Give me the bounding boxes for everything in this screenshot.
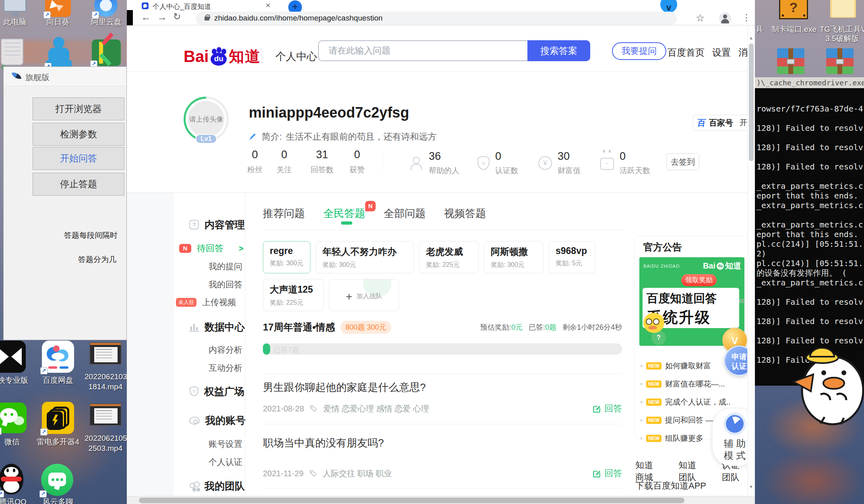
this-pc-icon[interactable] (3, 0, 27, 16)
stat-active-days[interactable]: ~ 0活跃天数 (600, 150, 650, 176)
stat-fans[interactable]: 0粉丝 (239, 149, 271, 175)
scroll-down-icon[interactable]: ▼ (749, 484, 753, 489)
answer-button[interactable]: 回答 (592, 403, 622, 415)
assist-mode-widget[interactable]: 辅 助 模 式 (713, 409, 747, 466)
wechat-icon[interactable]: ↗ (0, 403, 27, 433)
sidebar-item-data-center[interactable]: 数据中心 (189, 320, 245, 334)
team-card[interactable]: 阿斯顿撒奖励: 300元 (484, 241, 544, 273)
claim-reward-ribbon[interactable]: 领取奖励 (681, 274, 717, 286)
sidebar-item-my-account[interactable]: 我的账号 (189, 413, 246, 427)
bookmark-star-icon[interactable]: ☆ (696, 12, 705, 24)
carousel-prev-icon[interactable]: « (738, 294, 745, 307)
checkin-button[interactable]: 去签到 (666, 153, 699, 170)
horizontal-scrollbar[interactable] (127, 496, 755, 504)
start-answering-button[interactable]: 开始问答 (33, 147, 124, 170)
tab-close-icon[interactable]: × (266, 1, 271, 10)
team-card[interactable]: 老虎发威奖励: 225元 (419, 241, 479, 273)
stop-answering-button[interactable]: 停止答题 (33, 173, 124, 196)
question-tags[interactable]: 爱情 恋爱心理 感情 恋爱 心理 (323, 403, 429, 414)
stat-certs[interactable]: v 0认证数 (476, 150, 518, 176)
assistant-panel-titlebar[interactable]: 旗舰版 (4, 67, 126, 86)
sidebar-item-my-answers[interactable]: 我的回答 (209, 278, 242, 291)
recycle-bin-icon[interactable]: ♻ (1, 39, 23, 65)
terminal-line: 128)] Failed to resolv (757, 162, 864, 171)
stat-follow[interactable]: 0关注 (268, 149, 300, 175)
aliyun-drive-icon[interactable]: ↗ (93, 0, 118, 17)
announcement-item[interactable]: NEW 如何赚取财富 (640, 357, 743, 375)
winrar-archive-icon[interactable] (777, 48, 804, 74)
sidebar-item-interact-analysis[interactable]: 互动分析 (209, 361, 242, 375)
question-tags[interactable]: 人际交往 职场 职业 (323, 468, 392, 479)
question-title[interactable]: 职场当中真的没有朋友吗? (263, 436, 384, 450)
video-file-2-icon[interactable] (89, 403, 122, 426)
browser-extension-icon[interactable]: v (660, 0, 677, 13)
question-search-input[interactable] (318, 40, 527, 61)
sidebar-item-pending[interactable]: N 待回答 > (179, 242, 244, 255)
profile-avatar-icon[interactable] (719, 12, 731, 25)
sidebar-item-personal-cert[interactable]: 个人认证 (209, 455, 242, 469)
sidebar-item-rights-plaza[interactable]: v 权益广场 (189, 384, 244, 398)
stat-answers[interactable]: 31回答数 (306, 149, 338, 175)
join-team-card[interactable]: +加入战队 (329, 279, 399, 311)
stat-likes[interactable]: 0获赞 (341, 149, 373, 175)
team-card-regre[interactable]: regre奖励: 300元 (263, 241, 310, 273)
team-card[interactable]: 年轻人不努力咋办奖励: 300元 (316, 241, 414, 273)
scrollbar-thumb[interactable] (749, 43, 754, 161)
kvm-k-icon[interactable]: ↗ (92, 39, 121, 66)
sidebar-item-my-questions[interactable]: 我的提问 (209, 260, 242, 273)
baidu-zhidao-logo[interactable]: Bai du 知道 (184, 46, 261, 67)
back-button[interactable]: ← (141, 11, 151, 23)
reload-button[interactable]: ↻ (173, 11, 181, 22)
sidebar-item-account-settings[interactable]: 账号设置 (209, 437, 242, 451)
terminal-titlebar[interactable]: )\_cache_chromedriver.exe (755, 77, 864, 88)
eye-icon (189, 417, 200, 425)
sunflower-icon[interactable]: ↗ (45, 0, 71, 17)
tab-all-questions[interactable]: 全部问题 (384, 207, 426, 221)
nav-messages-partial[interactable]: 消 (738, 46, 747, 59)
tab-everyone-answers[interactable]: 全民答题N (323, 207, 365, 221)
baijiahao-button[interactable]: 百 百家号 开 (693, 115, 747, 131)
sidebar-item-content-analysis[interactable]: 内容分析 (209, 343, 242, 357)
baidu-netdisk-icon[interactable]: ↗ (42, 341, 74, 373)
check-params-button[interactable]: 检测参数 (33, 123, 124, 146)
sidebar-item-content-mgmt[interactable]: ? 内容管理 (189, 218, 245, 231)
edit-pencil-icon[interactable] (249, 132, 258, 141)
forward-button[interactable]: → (157, 11, 167, 23)
download-app-link[interactable]: 下载百度知道APP (635, 480, 706, 492)
question-title[interactable]: 男生跟你聊起他的家庭是什么意思? (263, 380, 426, 395)
horizontal-scrollbar-thumb[interactable] (139, 498, 684, 503)
nav-personal-center[interactable]: 个人中心 (275, 50, 317, 64)
stat-helped[interactable]: 36帮助的人 (409, 150, 459, 176)
stamp-person-icon[interactable]: ↗ (46, 37, 72, 68)
capcut-icon[interactable]: ↗ (0, 341, 26, 373)
nav-settings[interactable]: 设置 (712, 46, 731, 59)
nav-baidu-home[interactable]: 百度首页 (668, 46, 705, 59)
qq-icon[interactable]: ↗ (0, 462, 26, 496)
scroll-up-icon[interactable]: ▲ (749, 35, 753, 40)
open-browser-button[interactable]: 打开浏览器 (33, 97, 124, 120)
announcement-item[interactable]: NEW 完成个人认证，成.. (640, 393, 743, 411)
avatar-upload-placeholder[interactable]: 请上传头像 (188, 101, 224, 137)
search-answer-button[interactable]: 搜索答案 (527, 40, 590, 61)
ask-question-button[interactable]: 我要提问 (612, 42, 666, 60)
sidebar-item-my-team[interactable]: 我的团队 (189, 479, 245, 493)
vertical-scrollbar[interactable]: ▲ ▼ (747, 25, 754, 496)
address-bar[interactable]: zhidao.baidu.com/ihome/homepage/cashques… (196, 12, 677, 25)
browser-tab[interactable]: 个人中心_百度知道 (153, 2, 211, 11)
tab-video-answers[interactable]: 视频答题 (444, 207, 486, 221)
team-card[interactable]: 大声道125奖励: 225元 (263, 279, 324, 311)
video-file-1-icon[interactable] (89, 342, 122, 365)
leidian-multi-icon[interactable]: ↗ (42, 402, 74, 434)
stat-wealth[interactable]: ¥ 30财富值 (538, 150, 581, 176)
announcement-item[interactable]: NEW 财富值在哪花—... (640, 375, 743, 393)
sidebar-item-upload-video[interactable]: 未入驻 上传视频 (176, 295, 236, 309)
tg-tool-folder-icon[interactable] (830, 0, 856, 18)
menu-dots-icon[interactable]: ⋮ (742, 12, 751, 23)
tab-recommended[interactable]: 推荐问题 (263, 207, 305, 221)
winrar-archive-icon[interactable] (826, 48, 854, 74)
card-port-exe-icon[interactable]: ? (779, 0, 808, 19)
fengyun-chat-icon[interactable]: ↗ (41, 464, 73, 496)
banner-paw-icon: du (717, 262, 724, 270)
answer-button[interactable]: 回答 (592, 467, 622, 479)
team-card[interactable]: s968vp奖励: 5元 (549, 241, 595, 273)
